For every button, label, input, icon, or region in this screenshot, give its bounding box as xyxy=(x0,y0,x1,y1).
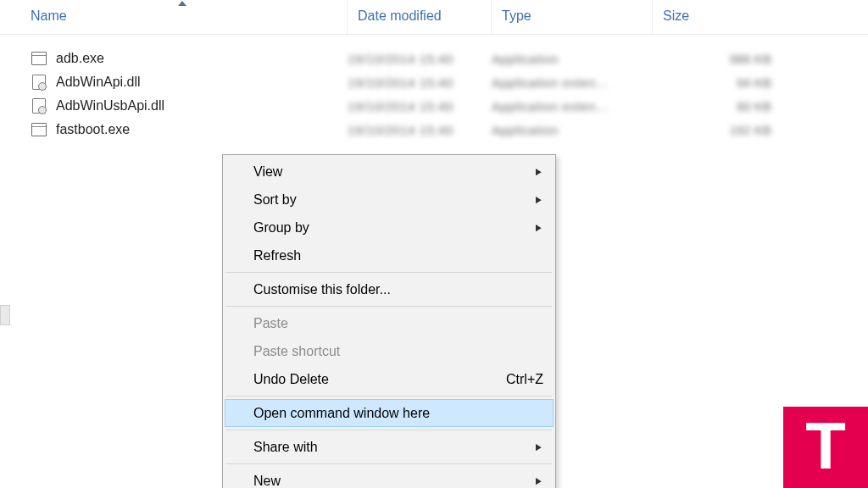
menu-separator xyxy=(226,396,552,396)
column-header-name[interactable]: Name xyxy=(0,0,348,35)
menu-item-paste-shortcut: Paste shortcut xyxy=(225,337,554,365)
file-row[interactable]: fastboot.exe 19/10/2014 15:40 Applicatio… xyxy=(0,118,868,141)
file-type: Application exten… xyxy=(492,75,653,90)
menu-item-open-command-window[interactable]: Open command window here xyxy=(225,399,554,427)
file-type: Application xyxy=(492,52,653,66)
file-name: adb.exe xyxy=(56,51,348,66)
exe-icon xyxy=(31,52,47,65)
menu-item-view[interactable]: View xyxy=(225,158,554,186)
file-row[interactable]: AdbWinUsbApi.dll 19/10/2014 15:40 Applic… xyxy=(0,94,868,118)
corner-badge-letter: T xyxy=(805,413,846,479)
column-header-size-label: Size xyxy=(663,8,689,23)
menu-item-label: Paste xyxy=(253,316,288,331)
file-size: 60 KB xyxy=(653,99,805,114)
column-header-type-label: Type xyxy=(502,8,531,23)
menu-item-undo-delete[interactable]: Undo Delete Ctrl+Z xyxy=(225,365,554,393)
file-type: Application xyxy=(492,123,653,137)
column-header-row: Name Date modified Type Size xyxy=(0,0,868,35)
file-name: AdbWinApi.dll xyxy=(56,75,348,90)
menu-item-share-with[interactable]: Share with xyxy=(225,433,554,461)
menu-item-label: Paste shortcut xyxy=(253,344,340,359)
file-list: adb.exe 19/10/2014 15:40 Application 986… xyxy=(0,35,868,141)
menu-item-label: Refresh xyxy=(253,248,301,263)
column-header-type[interactable]: Type xyxy=(492,0,653,35)
scrollbar-sliver xyxy=(0,305,10,325)
file-type: Application exten… xyxy=(492,99,653,114)
menu-item-refresh[interactable]: Refresh xyxy=(225,241,554,269)
menu-separator xyxy=(226,272,552,273)
dll-icon xyxy=(31,98,47,114)
file-date: 19/10/2014 15:40 xyxy=(348,123,492,137)
menu-item-label: Undo Delete xyxy=(253,372,329,387)
column-header-date[interactable]: Date modified xyxy=(348,0,492,35)
column-header-size[interactable]: Size xyxy=(653,0,771,35)
menu-item-label: Share with xyxy=(253,440,318,455)
menu-separator xyxy=(226,306,552,307)
file-date: 19/10/2014 15:40 xyxy=(348,75,492,90)
menu-item-label: Sort by xyxy=(253,192,297,208)
menu-item-new[interactable]: New xyxy=(225,467,554,488)
menu-item-label: New xyxy=(253,474,281,489)
dll-icon xyxy=(31,75,47,90)
file-name: fastboot.exe xyxy=(56,122,348,137)
menu-item-sort-by[interactable]: Sort by xyxy=(225,186,554,214)
context-menu: View Sort by Group by Refresh Customise … xyxy=(222,154,556,488)
menu-item-customise-folder[interactable]: Customise this folder... xyxy=(225,275,554,303)
exe-icon xyxy=(31,123,47,136)
column-header-date-label: Date modified xyxy=(358,8,442,23)
file-date: 19/10/2014 15:40 xyxy=(348,52,492,66)
sort-arrow-icon xyxy=(178,1,186,6)
menu-item-group-by[interactable]: Group by xyxy=(225,214,554,241)
menu-item-label: Customise this folder... xyxy=(253,282,391,297)
menu-separator xyxy=(226,430,552,430)
column-header-name-label: Name xyxy=(31,8,67,23)
menu-item-hotkey: Ctrl+Z xyxy=(489,372,543,387)
file-size: 94 KB xyxy=(653,75,805,90)
file-row[interactable]: AdbWinApi.dll 19/10/2014 15:40 Applicati… xyxy=(0,70,868,94)
file-name: AdbWinUsbApi.dll xyxy=(56,98,348,114)
file-date: 19/10/2014 15:40 xyxy=(348,99,492,114)
file-row[interactable]: adb.exe 19/10/2014 15:40 Application 986… xyxy=(0,47,868,70)
menu-item-label: Group by xyxy=(253,220,309,236)
menu-separator xyxy=(226,463,552,464)
menu-item-label: View xyxy=(253,164,282,180)
file-size: 192 KB xyxy=(653,123,805,137)
corner-badge: T xyxy=(783,407,868,488)
file-size: 986 KB xyxy=(653,52,805,66)
menu-item-label: Open command window here xyxy=(253,406,430,421)
menu-item-paste: Paste xyxy=(225,309,554,337)
